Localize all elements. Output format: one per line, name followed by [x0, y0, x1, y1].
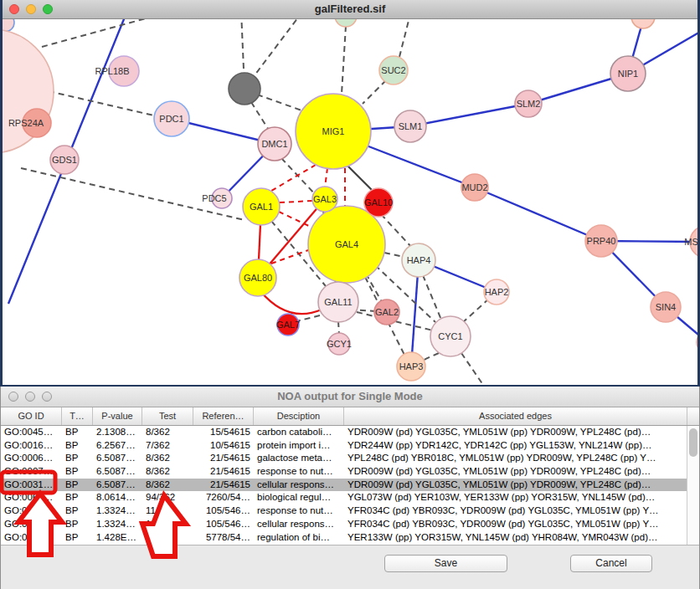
table-row[interactable]: GO:0031…BP1.3324…11/362105/546…cellular … — [1, 518, 699, 531]
cell-type[interactable]: BP — [62, 465, 93, 479]
cell-test[interactable]: 80/362 — [142, 531, 193, 545]
cancel-button[interactable]: Cancel — [570, 555, 652, 572]
column-header-pvalue[interactable]: P-value — [93, 407, 142, 425]
cell-ref[interactable]: 5778/54… — [193, 531, 254, 545]
cell-ref[interactable]: 105/546… — [193, 518, 254, 531]
table-row[interactable]: GO:0006…BP6.5087…8/36221/54615galactose … — [1, 452, 699, 465]
cell-test[interactable]: 8/362 — [142, 465, 193, 479]
cell-type[interactable]: BP — [62, 452, 93, 465]
cell-pvalue[interactable]: 2.1308… — [93, 426, 142, 439]
cell-desc[interactable]: carbon cataboli… — [254, 426, 344, 439]
column-header-type[interactable]: T… — [62, 407, 93, 425]
minimize-button[interactable] — [25, 392, 35, 402]
cell-ref[interactable]: 7260/54… — [193, 491, 254, 504]
cell-type[interactable]: BP — [62, 518, 93, 531]
close-button[interactable] — [8, 392, 18, 402]
cell-ref[interactable]: 21/54615 — [193, 465, 254, 479]
noa-window-titlebar[interactable]: NOA output for Single Mode — [1, 387, 699, 407]
cell-desc[interactable]: galactose meta… — [254, 452, 344, 465]
cell-ref[interactable]: 21/54615 — [193, 479, 254, 492]
table-row[interactable]: GO:0045…BP2.1308…8/36215/54615carbon cat… — [1, 426, 699, 439]
cell-edges[interactable]: YPL248C (pd) YBR018C, YML051W (pp) YDR00… — [344, 452, 687, 465]
cell-desc[interactable]: response to nut… — [254, 465, 344, 479]
zoom-button[interactable] — [43, 4, 53, 14]
cell-type[interactable]: BP — [62, 439, 93, 453]
cell-edges[interactable]: YDR009W (pd) YGL035C, YML051W (pp) YDR00… — [344, 426, 687, 439]
cell-pvalue[interactable]: 1.3324… — [93, 518, 142, 531]
cell-desc[interactable]: regulation of bi… — [254, 531, 344, 545]
cell-ref[interactable]: 105/546… — [193, 504, 254, 518]
node-green-partial[interactable] — [335, 19, 357, 27]
cell-edges[interactable]: YFR034C (pd) YBR093C, YDR009W (pd) YGL03… — [344, 504, 687, 518]
graph-edge — [461, 353, 483, 385]
graph-edge — [399, 19, 411, 57]
scrollbar-thumb[interactable] — [689, 428, 697, 457]
table-row[interactable]: GO:0031…BP6.5087…8/36221/54615cellular r… — [1, 479, 699, 492]
cell-goid[interactable]: GO:0007… — [1, 465, 62, 479]
table-row[interactable]: GO:0031…BP1.3324…11/362105/546…response … — [1, 504, 699, 518]
table-row[interactable]: GO:0016…BP6.2567…7/36210/54615protein im… — [1, 439, 699, 453]
cell-goid[interactable]: GO:0016… — [1, 439, 62, 453]
cell-goid[interactable]: GO:0045… — [1, 426, 62, 439]
table-row[interactable]: GO:0007…BP6.5087…8/36221/54615response t… — [1, 465, 699, 479]
save-button[interactable]: Save — [384, 555, 507, 572]
close-button[interactable] — [9, 4, 19, 14]
cell-edges[interactable]: YDR244W (pp) YDR142C, YDR142C (pp) YGL15… — [344, 439, 687, 453]
node-label-SUC2: SUC2 — [381, 65, 405, 75]
cell-test[interactable]: 11/362 — [142, 504, 193, 518]
cell-edges[interactable]: YFR034C (pd) YBR093C, YDR009W (pd) YGL03… — [344, 518, 687, 531]
column-header-edges[interactable]: Associated edges — [344, 407, 687, 425]
cell-desc[interactable]: cellular respons… — [254, 479, 344, 492]
cell-type[interactable]: BP — [62, 531, 93, 545]
cell-goid[interactable]: GO:0031… — [1, 504, 62, 518]
zoom-button[interactable] — [42, 392, 52, 402]
column-header-goid[interactable]: GO ID — [1, 407, 62, 425]
node-label-GAL1: GAL1 — [250, 202, 273, 212]
cell-edges[interactable]: YDR009W (pd) YGL035C, YML051W (pp) YDR00… — [344, 465, 687, 479]
cell-test[interactable]: 94/362 — [142, 491, 193, 504]
column-header-ref[interactable]: Referen… — [193, 407, 254, 425]
graph-window-titlebar[interactable]: galFiltered.sif — [3, 0, 697, 19]
cell-goid[interactable]: GO:0050… — [1, 531, 62, 545]
cell-test[interactable]: 11/362 — [142, 518, 193, 531]
cell-pvalue[interactable]: 6.5087… — [93, 465, 142, 479]
cell-pvalue[interactable]: 8.0614… — [93, 491, 142, 504]
cell-test[interactable]: 8/362 — [142, 452, 193, 465]
table-header: GO IDT…P-valueTestReferen…DesciptionAsso… — [1, 407, 699, 426]
cell-desc[interactable]: response to nut… — [254, 504, 344, 518]
column-header-desc[interactable]: Desciption — [254, 407, 344, 425]
cell-type[interactable]: BP — [62, 504, 93, 518]
cell-type[interactable]: BP — [62, 479, 93, 492]
cell-goid[interactable]: GO:0006… — [1, 452, 62, 465]
cell-type[interactable]: BP — [62, 491, 93, 504]
cell-goid[interactable]: GO:0031… — [1, 518, 62, 531]
cell-ref[interactable]: 15/54615 — [193, 426, 254, 439]
table-row[interactable]: GO:0050…BP1.428E…80/3625778/54…regulatio… — [1, 531, 699, 545]
cell-edges[interactable]: YDR009W (pd) YGL035C, YML051W (pp) YDR00… — [344, 479, 687, 492]
cell-pvalue[interactable]: 1.3324… — [93, 504, 142, 518]
cell-test[interactable]: 7/362 — [142, 439, 193, 453]
cell-ref[interactable]: 10/54615 — [193, 439, 254, 453]
minimize-button[interactable] — [26, 4, 36, 14]
cell-ref[interactable]: 21/54615 — [193, 452, 254, 465]
cell-desc[interactable]: biological regul… — [254, 491, 344, 504]
cell-edges[interactable]: YGL073W (pd) YER103W, YER133W (pp) YOR31… — [344, 491, 687, 504]
cell-pvalue[interactable]: 6.2567… — [93, 439, 142, 453]
vertical-scrollbar[interactable] — [687, 426, 699, 545]
cell-desc[interactable]: protein import i… — [254, 439, 344, 453]
cell-pvalue[interactable]: 6.5087… — [93, 479, 142, 492]
cell-goid[interactable]: GO:0065… — [1, 491, 62, 504]
cell-pvalue[interactable]: 6.5087… — [93, 452, 142, 465]
cell-type[interactable]: BP — [62, 426, 93, 439]
node-topright-partial[interactable] — [631, 19, 655, 28]
cell-test[interactable]: 8/362 — [142, 426, 193, 439]
cell-pvalue[interactable]: 1.428E… — [93, 531, 142, 545]
cell-goid[interactable]: GO:0031… — [1, 479, 62, 492]
cell-edges[interactable]: YER133W (pp) YOR315W, YNL145W (pd) YHR08… — [344, 531, 687, 545]
column-header-test[interactable]: Test — [142, 407, 193, 425]
network-canvas[interactable]: RPL18BRPS24AGDS1PDC1DMC1MIG1SUC2SLM1SLM2… — [3, 19, 697, 385]
cell-desc[interactable]: cellular respons… — [254, 518, 344, 531]
cell-test[interactable]: 8/362 — [142, 479, 193, 492]
table-row[interactable]: GO:0065…BP8.0614…94/3627260/54…biologica… — [1, 491, 699, 504]
node-gray[interactable] — [229, 73, 260, 105]
